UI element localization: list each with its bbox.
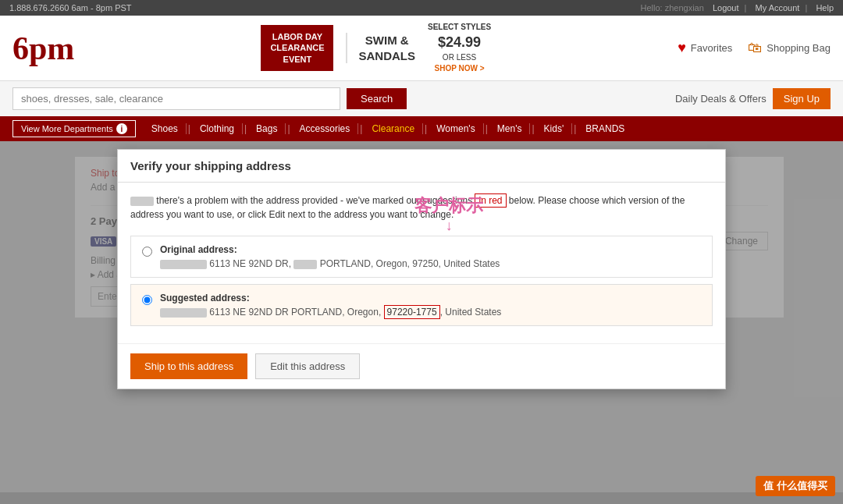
phone-number: 1.888.676.2660 6am - 8pm PST bbox=[9, 3, 132, 12]
redacted-name bbox=[130, 197, 154, 206]
original-address-content: Original address: 6113 NE 92ND DR, PORTL… bbox=[160, 244, 500, 269]
search-input[interactable] bbox=[12, 87, 340, 110]
shopping-bag-button[interactable]: 🛍 Shopping Bag bbox=[748, 40, 831, 56]
suggested-zip-highlight: 97220-1775 bbox=[384, 305, 440, 319]
heart-icon: ♥ bbox=[678, 40, 686, 56]
nav-bar: View More Departments i Shoes | Clothing… bbox=[0, 116, 843, 141]
modal-message: there's a problem with the address provi… bbox=[130, 193, 713, 222]
nav-item-accessories[interactable]: Accessories bbox=[292, 123, 359, 134]
select-styles-promo: SELECT STYLES $24.99 OR LESS SHOP NOW > bbox=[428, 22, 491, 74]
suggested-address-text: 6113 NE 92ND DR PORTLAND, Oregon, 97220-… bbox=[160, 307, 501, 318]
favorites-button[interactable]: ♥ Favorites bbox=[678, 40, 732, 56]
search-bar: Search Daily Deals & Offers Sign Up bbox=[0, 81, 843, 116]
nav-item-womens[interactable]: Women's bbox=[429, 123, 483, 134]
nav-item-brands[interactable]: BRANDS bbox=[578, 123, 632, 134]
original-address-option[interactable]: Original address: 6113 NE 92ND DR, PORTL… bbox=[130, 236, 713, 278]
header: 6pm LABOR DAY CLEARANCE EVENT SWIM & SAN… bbox=[0, 16, 843, 81]
nav-item-clothing[interactable]: Clothing bbox=[192, 123, 243, 134]
modal-title: Verify your shipping address bbox=[130, 159, 713, 172]
site-logo[interactable]: 6pm bbox=[12, 32, 74, 65]
search-button[interactable]: Search bbox=[347, 88, 407, 109]
nav-item-bags[interactable]: Bags bbox=[248, 123, 286, 134]
modal-header: Verify your shipping address bbox=[118, 150, 725, 183]
modal-body: there's a problem with the address provi… bbox=[118, 183, 725, 343]
help-link[interactable]: Help bbox=[816, 3, 834, 12]
nav-item-mens[interactable]: Men's bbox=[489, 123, 531, 134]
redacted-address-2 bbox=[160, 308, 207, 318]
hello-text: Hello: zhengxian bbox=[640, 3, 703, 12]
main-area: Ship to a new address › Add a shipping a… bbox=[0, 141, 843, 492]
bottom-watermark: 值 什么值得买 bbox=[756, 476, 835, 496]
logout-link[interactable]: Logout bbox=[713, 3, 739, 12]
suggested-address-content: Suggested address: 6113 NE 92ND DR PORTL… bbox=[160, 293, 501, 318]
ship-to-address-button[interactable]: Ship to this address bbox=[130, 353, 247, 379]
suggested-address-label: Suggested address: bbox=[160, 293, 501, 303]
labor-day-promo[interactable]: LABOR DAY CLEARANCE EVENT bbox=[261, 25, 333, 71]
top-bar-right: Hello: zhengxian Logout | My Account | H… bbox=[637, 3, 834, 12]
suggested-address-radio[interactable] bbox=[142, 295, 152, 305]
original-address-text: 6113 NE 92ND DR, PORTLAND, Oregon, 97250… bbox=[160, 258, 500, 269]
daily-deals-button[interactable]: Daily Deals & Offers bbox=[675, 93, 767, 105]
bag-icon: 🛍 bbox=[748, 40, 762, 56]
verify-address-modal: Verify your shipping address there's a p… bbox=[117, 149, 726, 389]
original-address-label: Original address: bbox=[160, 244, 500, 255]
modal-footer: Ship to this address Edit this address bbox=[118, 343, 725, 389]
view-more-departments-button[interactable]: View More Departments i bbox=[12, 120, 136, 137]
redacted-city bbox=[293, 260, 317, 269]
header-actions: ♥ Favorites 🛍 Shopping Bag bbox=[678, 40, 831, 56]
modal-overlay: 客户标示 ↓ Verify your shipping address ther… bbox=[0, 141, 843, 492]
swim-sandals-promo: SWIM & SANDALS bbox=[358, 33, 415, 63]
nav-item-clearance[interactable]: Clearance bbox=[364, 123, 423, 134]
top-bar: 1.888.676.2660 6am - 8pm PST Hello: zhen… bbox=[0, 0, 843, 16]
header-promo: LABOR DAY CLEARANCE EVENT SWIM & SANDALS… bbox=[261, 22, 491, 74]
nav-item-kids[interactable]: Kids' bbox=[536, 123, 573, 134]
signup-button[interactable]: Sign Up bbox=[773, 88, 831, 109]
in-red-label: in red bbox=[475, 193, 506, 208]
suggested-address-option[interactable]: Suggested address: 6113 NE 92ND DR PORTL… bbox=[130, 284, 713, 326]
my-account-link[interactable]: My Account bbox=[756, 3, 800, 12]
nav-items: Shoes | Clothing | Bags | Accessories | … bbox=[144, 123, 633, 134]
nav-item-shoes[interactable]: Shoes bbox=[144, 123, 187, 134]
edit-address-button[interactable]: Edit this address bbox=[255, 353, 360, 379]
info-icon: i bbox=[116, 123, 127, 134]
original-address-radio[interactable] bbox=[142, 247, 152, 257]
redacted-address-1 bbox=[160, 260, 207, 269]
shop-now-link[interactable]: SHOP NOW > bbox=[428, 63, 491, 74]
